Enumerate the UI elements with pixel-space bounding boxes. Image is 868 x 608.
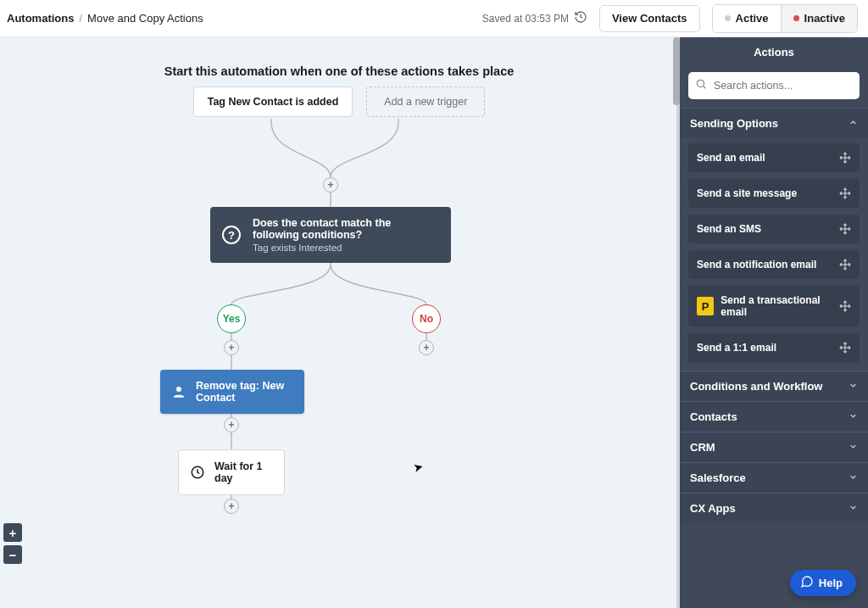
chevron-up-icon (849, 118, 858, 129)
action-item-send-email[interactable]: Send an email (688, 143, 860, 172)
search-icon (695, 78, 707, 93)
section-cx-apps[interactable]: CX Apps (680, 493, 868, 523)
canvas-start-title: Start this automation when one of these … (0, 64, 678, 78)
status-dot-icon (793, 15, 799, 21)
main-area: Start this automation when one of these … (0, 37, 868, 608)
chevron-down-icon (849, 411, 858, 422)
section-sending-options-body: Send an email Send a site message Send a… (680, 138, 868, 371)
action-node-wait[interactable]: Wait for 1 day (178, 449, 285, 495)
add-step-button[interactable] (224, 340, 239, 355)
help-button[interactable]: Help (790, 570, 856, 596)
breadcrumb-separator: / (79, 12, 82, 25)
flow-connectors (0, 37, 678, 608)
saved-label: Saved at 03:53 PM (482, 13, 569, 25)
breadcrumb: Automations / Move and Copy Actions (7, 12, 203, 25)
section-conditions-workflow[interactable]: Conditions and Workflow (680, 371, 868, 401)
add-trigger-button[interactable]: Add a new trigger (366, 86, 485, 117)
add-step-button[interactable] (323, 177, 338, 192)
svg-point-12 (697, 80, 704, 86)
chevron-down-icon (849, 381, 858, 392)
canvas-scrollbar[interactable] (673, 37, 680, 105)
drag-handle-icon (839, 259, 851, 271)
chevron-down-icon (849, 503, 858, 514)
zoom-controls: + − (3, 523, 22, 564)
zoom-out-button[interactable]: − (3, 545, 22, 564)
contact-icon (170, 383, 187, 400)
drag-handle-icon (839, 342, 851, 354)
actions-sidebar: Actions Sending Options Send an email Se… (680, 37, 868, 608)
status-toggle: Active Inactive (712, 4, 858, 33)
branch-yes-label[interactable]: Yes (217, 304, 246, 333)
saved-indicator: Saved at 03:53 PM (482, 10, 587, 26)
section-sending-options[interactable]: Sending Options (680, 108, 868, 138)
breadcrumb-page: Move and Copy Actions (87, 12, 203, 25)
section-contacts[interactable]: Contacts (680, 401, 868, 432)
app-header: Automations / Move and Copy Actions Save… (0, 0, 868, 37)
section-crm[interactable]: CRM (680, 432, 868, 462)
svg-point-10 (176, 387, 181, 392)
drag-handle-icon (839, 187, 851, 199)
question-icon: ? (222, 226, 241, 244)
search-actions-input-wrap (688, 72, 860, 99)
search-actions-input[interactable] (688, 72, 860, 99)
action-item-send-transactional-email[interactable]: P Send a transactional email (688, 286, 860, 326)
status-active-button[interactable]: Active (713, 5, 781, 32)
action-item-send-1-1-email[interactable]: Send a 1:1 email (688, 333, 860, 362)
automation-canvas[interactable]: Start this automation when one of these … (0, 37, 680, 608)
condition-title: Does the contact match the following con… (253, 217, 437, 241)
view-contacts-button[interactable]: View Contacts (599, 5, 700, 32)
drag-handle-icon (839, 152, 851, 164)
status-inactive-button[interactable]: Inactive (781, 5, 857, 32)
breadcrumb-root[interactable]: Automations (7, 12, 74, 25)
drag-handle-icon (839, 223, 851, 235)
status-dot-icon (725, 15, 731, 21)
action-item-send-notification-email[interactable]: Send a notification email (688, 250, 860, 279)
history-icon[interactable] (574, 10, 587, 26)
chat-icon (800, 575, 814, 591)
add-step-button[interactable] (419, 340, 434, 355)
sidebar-title: Actions (680, 37, 868, 65)
svg-line-13 (704, 86, 706, 89)
action-node-remove-tag[interactable]: Remove tag: New Contact (160, 370, 304, 414)
add-step-button[interactable] (224, 499, 239, 514)
drag-handle-icon (839, 300, 851, 312)
add-step-button[interactable] (224, 417, 239, 432)
chevron-down-icon (849, 472, 858, 483)
zoom-in-button[interactable]: + (3, 523, 22, 542)
action-item-send-site-message[interactable]: Send a site message (688, 179, 860, 208)
chevron-down-icon (849, 442, 858, 453)
condition-node[interactable]: ? Does the contact match the following c… (210, 207, 451, 263)
clock-icon (189, 464, 206, 481)
cursor-icon: ➤ (412, 460, 426, 476)
section-salesforce[interactable]: Salesforce (680, 462, 868, 493)
action-item-send-sms[interactable]: Send an SMS (688, 215, 860, 243)
branch-no-label[interactable]: No (412, 304, 441, 333)
condition-subtitle: Tag exists Interested (253, 243, 437, 253)
premium-badge-icon: P (697, 297, 714, 315)
trigger-node[interactable]: Tag New Contact is added (193, 86, 353, 117)
